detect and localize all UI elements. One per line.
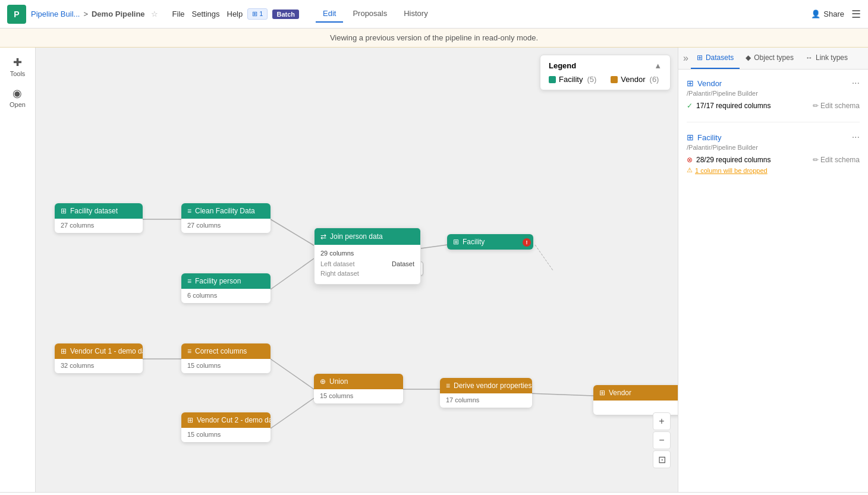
link-tab-icon: ↔ (806, 53, 813, 62)
app-logo: P (7, 5, 26, 24)
file-menu-settings[interactable]: Settings (192, 10, 220, 18)
fit-button[interactable]: ⊡ (653, 450, 671, 468)
node-vendor-cut2[interactable]: ⊞ Vendor Cut 2 - demo dat... 15 columns (181, 412, 271, 442)
tab-link-types[interactable]: ↔ Link types (800, 48, 854, 69)
svg-line-9 (529, 393, 593, 396)
dataset-facility-icon: ⊞ (687, 133, 694, 142)
check-icon: ✓ (687, 102, 693, 110)
node-facility-person[interactable]: ≡ Facility person 6 columns (181, 273, 271, 303)
batch-badge[interactable]: Batch (272, 10, 299, 19)
svg-line-3 (421, 245, 447, 248)
right-panel-content: ⊞ Vendor ··· /Palantir/Pipeline Builder … (678, 70, 868, 492)
tool-add[interactable]: ✚ Tools (5, 52, 30, 81)
svg-line-7 (271, 398, 314, 428)
breadcrumb-sep: > (83, 10, 88, 18)
output-icon-gold: ⊞ (599, 389, 605, 397)
error-badge: ! (523, 238, 531, 247)
right-panel: » ⊞ Datasets ◆ Object types ↔ Link types… (678, 48, 868, 492)
node-correct-columns-body: 15 columns (181, 359, 271, 373)
warn-icon: ⚠ (687, 166, 693, 174)
transform-icon-gold: ≡ (187, 347, 191, 355)
menu-icon[interactable]: ☰ (851, 8, 861, 21)
dataset-icon-gold: ⊞ (61, 347, 67, 355)
breadcrumb-parent[interactable]: Pipeline Buil... (31, 10, 80, 18)
legend: Legend ▲ Facility (5) Vendor (6) (540, 55, 671, 90)
dataset-facility-name: ⊞ Facility ··· (687, 132, 860, 143)
legend-collapse-icon[interactable]: ▲ (654, 61, 662, 70)
union-icon: ⊕ (320, 377, 326, 386)
node-union[interactable]: ⊕ Union 15 columns (314, 374, 403, 403)
node-derive-vendor[interactable]: ≡ Derive vendor properties 17 columns (440, 378, 532, 408)
zoom-in-button[interactable]: + (653, 412, 671, 430)
file-menu: File Settings Help (172, 10, 243, 18)
bottom-bar: ⊞ Data preview ⌃ (0, 492, 868, 495)
dataset-facility-more[interactable]: ··· (852, 132, 860, 143)
tab-history[interactable]: History (397, 5, 435, 23)
output-icon: ⊞ (453, 238, 459, 246)
tab-proposals[interactable]: Proposals (345, 5, 394, 23)
panel-collapse-left[interactable]: » (683, 53, 688, 64)
dataset-vendor-name: ⊞ Vendor ··· (687, 78, 860, 89)
dataset-vendor-icon: ⊞ (687, 78, 694, 88)
pencil-icon-2: ✏ (813, 156, 819, 164)
dataset-item-facility: ⊞ Facility ··· /Palantir/Pipeline Builde… (687, 132, 860, 184)
node-correct-columns[interactable]: ≡ Correct columns 15 columns (181, 343, 271, 373)
zoom-out-button[interactable]: − (653, 431, 671, 449)
join-popup-header: ⇄ Join person data (315, 228, 420, 245)
node-join-popup[interactable]: ⇄ Join person data 29 columns Left datas… (314, 228, 421, 285)
join-popup-body: 29 columns Left dataset Dataset Right da… (315, 245, 420, 284)
breadcrumb: Pipeline Buil... > Demo Pipeline ☆ (31, 10, 158, 18)
person-icon: 👤 (811, 10, 820, 18)
instances-badge: ⊞ 1 (247, 8, 268, 20)
node-vendor-cut2-body: 15 columns (181, 428, 271, 442)
node-facility-output[interactable]: ⊞ Facility ! (447, 234, 533, 250)
file-menu-file[interactable]: File (172, 10, 185, 18)
topbar: P Pipeline Buil... > Demo Pipeline ☆ Fil… (0, 0, 868, 29)
tab-object-types[interactable]: ◆ Object types (740, 48, 800, 69)
join-icon: ⇄ (320, 232, 326, 241)
main-layout: ✚ Tools ◉ Open (0, 48, 868, 492)
node-derive-vendor-body: 17 columns (440, 393, 532, 408)
node-facility-person-body: 6 columns (181, 289, 271, 303)
edit-schema-vendor-button[interactable]: ✏ Edit schema (813, 102, 860, 110)
file-menu-help[interactable]: Help (227, 10, 243, 18)
edit-schema-facility-button[interactable]: ✏ Edit schema (813, 156, 860, 164)
breadcrumb-current: Demo Pipeline (92, 10, 145, 18)
legend-facility: Facility (5) (549, 75, 596, 84)
toolbar: ✚ Tools ◉ Open (0, 48, 36, 492)
share-button[interactable]: 👤 Share (811, 10, 844, 18)
star-icon[interactable]: ☆ (151, 10, 158, 18)
dataset-item-vendor: ⊞ Vendor ··· /Palantir/Pipeline Builder … (687, 78, 860, 122)
svg-line-6 (271, 359, 314, 389)
topbar-right: 👤 Share ☰ (811, 8, 861, 21)
legend-header: Legend ▲ (549, 61, 662, 70)
transform-icon-2: ≡ (187, 277, 191, 285)
svg-line-4 (535, 245, 553, 270)
dataset-facility-status: ⊗ 28/29 required columns ✏ Edit schema (687, 156, 860, 164)
facility-color-dot (549, 76, 556, 83)
eye-icon: ◉ (12, 87, 22, 100)
transform-icon: ≡ (187, 207, 191, 215)
instances-icon: ⊞ (252, 10, 259, 17)
canvas-area: ✚ Tools ◉ Open (0, 48, 678, 492)
dataset-facility-path: /Palantir/Pipeline Builder (687, 144, 860, 151)
warn-text[interactable]: 1 column will be dropped (695, 167, 768, 174)
node-facility-dataset[interactable]: ⊞ Facility dataset 27 columns (55, 203, 143, 233)
node-clean-facility[interactable]: ≡ Clean Facility Data 27 columns (181, 203, 271, 233)
tab-datasets[interactable]: ⊞ Datasets (691, 48, 740, 69)
node-vendor-cut1[interactable]: ⊞ Vendor Cut 1 - demo dat... 32 columns (55, 343, 143, 373)
facility-warn: ⚠ 1 column will be dropped (687, 166, 860, 174)
pipeline-canvas[interactable]: Legend ▲ Facility (5) Vendor (6) (36, 48, 678, 492)
dataset-vendor-more[interactable]: ··· (852, 78, 860, 89)
tool-open[interactable]: ◉ Open (5, 83, 30, 112)
node-vendor-output[interactable]: ⊞ Vendor (593, 385, 678, 415)
error-icon: ⊗ (687, 156, 693, 164)
node-union-body: 15 columns (314, 389, 403, 403)
node-clean-facility-body: 27 columns (181, 219, 271, 233)
tab-edit[interactable]: Edit (316, 5, 343, 23)
legend-vendor: Vendor (6) (611, 75, 659, 84)
nav-tabs: Edit Proposals History (316, 5, 435, 23)
notification-bar: Viewing a previous version of the pipeli… (0, 29, 868, 48)
legend-title: Legend (549, 61, 576, 70)
derive-icon: ≡ (446, 382, 450, 390)
